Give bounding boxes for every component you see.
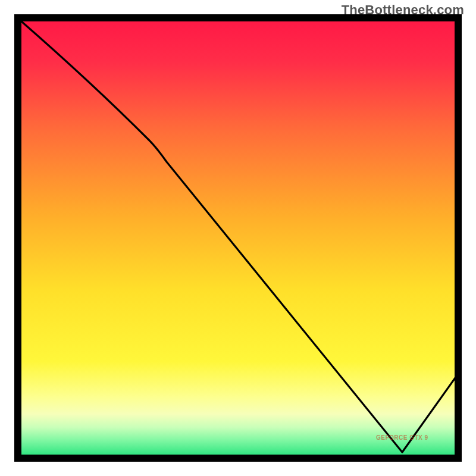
chart-svg <box>0 0 476 476</box>
chart-container: TheBottleneck.com GEFORCE GTX 9 <box>0 0 476 476</box>
plot-area <box>18 18 458 458</box>
watermark-text: TheBottleneck.com <box>342 2 464 18</box>
